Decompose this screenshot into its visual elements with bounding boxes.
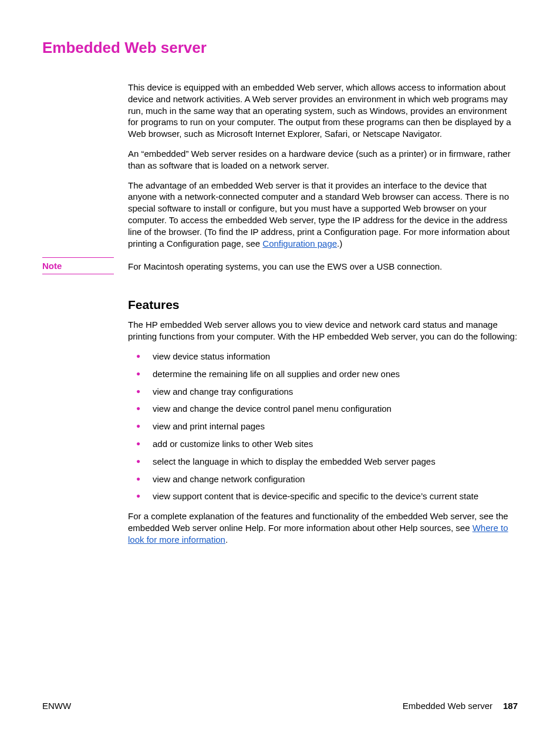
list-item: view support content that is device-spec… — [128, 490, 518, 502]
configuration-page-link[interactable]: Configuration page — [262, 238, 337, 248]
list-item: view device status information — [128, 351, 518, 362]
list-item: view and change network configuration — [128, 473, 518, 485]
page-footer: ENWW Embedded Web server 187 — [42, 701, 518, 711]
footer-left: ENWW — [42, 701, 71, 711]
list-item: add or customize links to other Web site… — [128, 438, 518, 450]
list-item: view and print internal pages — [128, 421, 518, 432]
footer-section-label: Embedded Web server — [403, 701, 492, 711]
list-item: view and change tray configurations — [128, 386, 518, 398]
paragraph: The advantage of an embedded Web server … — [128, 180, 518, 250]
list-item: select the language in which to display … — [128, 456, 518, 468]
note-block: Note For Macintosh operating systems, yo… — [42, 257, 518, 274]
paragraph-text: . — [225, 535, 228, 545]
page-title: Embedded Web server — [42, 39, 518, 57]
intro-section: This device is equipped with an embedded… — [128, 82, 518, 249]
features-heading: Features — [128, 298, 518, 312]
note-label-wrap: Note — [42, 257, 128, 274]
list-item: determine the remaining life on all supp… — [128, 368, 518, 380]
note-label: Note — [42, 257, 114, 274]
footer-right: Embedded Web server 187 — [403, 701, 518, 711]
features-list: view device status information determine… — [128, 351, 518, 502]
document-page: Embedded Web server This device is equip… — [0, 0, 560, 546]
list-item: view and change the device control panel… — [128, 403, 518, 415]
note-body: For Macintosh operating systems, you can… — [128, 257, 518, 273]
paragraph: This device is equipped with an embedded… — [128, 82, 518, 140]
page-number: 187 — [503, 701, 518, 711]
features-outro: For a complete explanation of the featur… — [128, 510, 518, 545]
paragraph-text: For a complete explanation of the featur… — [128, 511, 508, 533]
paragraph: An “embedded” Web server resides on a ha… — [128, 148, 518, 172]
features-section: Features The HP embedded Web server allo… — [128, 298, 518, 545]
paragraph-text: .) — [337, 238, 342, 248]
features-intro: The HP embedded Web server allows you to… — [128, 319, 518, 342]
